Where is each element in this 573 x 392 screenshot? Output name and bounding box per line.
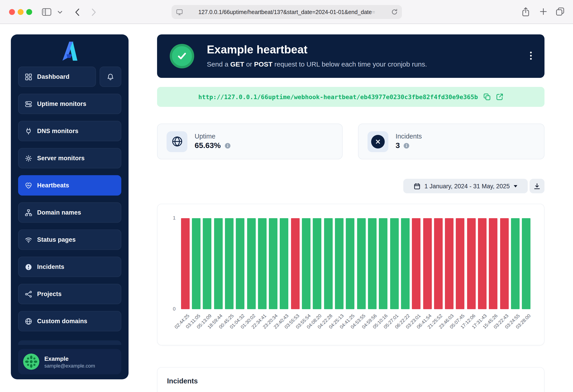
tabs-icon[interactable] [556, 7, 564, 16]
chart-bar[interactable] [445, 218, 453, 309]
chart-bar[interactable] [192, 218, 200, 309]
sidebar-item-dns-monitors[interactable]: DNS monitors [18, 121, 121, 141]
chart-bar[interactable] [379, 218, 388, 309]
y-axis-max: 1 [162, 215, 176, 220]
incidents-stat-card: Incidents 3 [358, 124, 544, 159]
chart-bar[interactable] [313, 218, 322, 309]
page-subtitle: Send a GET or POST request to URL below … [207, 60, 427, 68]
sidebar-item-label: Uptime monitors [37, 101, 87, 107]
chart-bar[interactable] [247, 218, 255, 309]
forward-icon[interactable] [89, 7, 98, 17]
chart-bar[interactable] [522, 218, 531, 309]
nodes-icon [25, 290, 32, 298]
copy-icon[interactable] [483, 93, 491, 101]
info-icon[interactable] [404, 143, 410, 149]
heartbeat-chart: 1 0 02:44:2503:11:0505:13:0918:59:4400:4… [157, 204, 544, 345]
reload-icon[interactable] [391, 9, 398, 15]
chart-bar[interactable] [467, 218, 476, 309]
chart-bar[interactable] [258, 218, 267, 309]
chart-bar[interactable] [478, 218, 486, 309]
wifi-icon [25, 236, 32, 243]
chart-bar[interactable] [412, 218, 420, 309]
user-account-panel[interactable]: Example sample@example.com [18, 349, 121, 374]
chart-bar[interactable] [346, 218, 355, 309]
sidebar-item-partial[interactable] [18, 340, 121, 345]
globe-icon [167, 131, 187, 152]
date-range-label: 1 January, 2024 - 31 May, 2025 [424, 183, 510, 189]
chart-bar[interactable] [368, 218, 376, 309]
sidebar-item-dashboard[interactable]: Dashboard [18, 67, 96, 87]
chart-bar[interactable] [225, 218, 233, 309]
chart-bar[interactable] [214, 218, 222, 309]
back-icon[interactable] [72, 7, 81, 17]
download-icon [534, 183, 540, 189]
incidents-value: 3 [395, 141, 400, 150]
notifications-button[interactable] [100, 67, 121, 87]
sitemap-icon [25, 209, 32, 216]
webhook-url-banner: http://127.0.0.1/66uptime/webhook-heartb… [157, 87, 544, 107]
page-title: Example heartbeat [207, 43, 307, 56]
external-link-icon[interactable] [496, 93, 503, 101]
sidebar-item-server-monitors[interactable]: Server monitors [18, 148, 121, 168]
sidebar-item-incidents[interactable]: Incidents [18, 257, 121, 277]
download-button[interactable] [530, 179, 544, 193]
incidents-label: Incidents [395, 133, 422, 140]
app-logo[interactable] [11, 40, 128, 62]
uptime-stat-card: Uptime 65.63% [157, 124, 343, 159]
sidebar-icon[interactable] [42, 8, 52, 16]
avatar [23, 354, 39, 370]
sidebar-item-custom-domains[interactable]: Custom domains [18, 311, 121, 331]
heartbeat-hero-card: Example heartbeat Send a GET or POST req… [157, 35, 544, 78]
caret-down-icon [514, 185, 518, 187]
close-window-button[interactable] [9, 9, 15, 15]
address-bar[interactable]: 127.0.0.1/66uptime/heartbeat/13?&start_d… [172, 5, 402, 19]
chart-bar[interactable] [456, 218, 465, 309]
bell-icon [107, 73, 114, 80]
incidents-section-title: Incidents [167, 377, 198, 385]
uptime-label: Uptime [195, 133, 231, 140]
gear-icon [25, 155, 32, 162]
zoom-window-button[interactable] [26, 9, 32, 15]
heartbeat-icon [25, 182, 32, 189]
sidebar-item-domain-names[interactable]: Domain names [18, 202, 121, 223]
new-tab-icon[interactable] [539, 8, 547, 15]
date-range-picker[interactable]: 1 January, 2024 - 31 May, 2025 [403, 179, 528, 193]
chart-bar[interactable] [203, 218, 212, 309]
url-text: 127.0.0.1/66uptime/heartbeat/13?&start_d… [198, 9, 372, 15]
chart-bar[interactable] [335, 218, 343, 309]
user-name: Example [44, 355, 95, 362]
sidebar-item-uptime-monitors[interactable]: Uptime monitors [18, 94, 121, 114]
info-icon[interactable] [224, 143, 231, 149]
chevron-down-icon[interactable] [57, 10, 62, 15]
sidebar-item-label: Incidents [37, 264, 64, 270]
chart-bar[interactable] [280, 218, 288, 309]
grid-icon [25, 73, 32, 80]
chart-bar[interactable] [269, 218, 277, 309]
url-text-faded: = [372, 9, 375, 15]
browser-window: 127.0.0.1/66uptime/heartbeat/13?&start_d… [0, 0, 573, 392]
alert-icon [25, 263, 32, 270]
share-icon[interactable] [522, 7, 530, 17]
sidebar-item-label: Heartbeats [37, 182, 69, 189]
chart-bar[interactable] [500, 218, 508, 309]
chart-bar[interactable] [401, 218, 410, 309]
chart-bar[interactable] [390, 218, 398, 309]
sidebar-item-heartbeats[interactable]: Heartbeats [18, 175, 121, 196]
sidebar-item-label: Custom domains [37, 318, 87, 324]
sidebar-item-label: Server monitors [37, 155, 85, 161]
toggles-icon [25, 100, 32, 107]
chart-bar[interactable] [489, 218, 498, 309]
minimize-window-button[interactable] [18, 9, 23, 15]
chart-bar[interactable] [291, 218, 300, 309]
sidebar-item-status-pages[interactable]: Status pages [18, 230, 121, 250]
chart-bar[interactable] [357, 218, 365, 309]
chart-bar[interactable] [434, 218, 443, 309]
chart-bar[interactable] [324, 218, 332, 309]
chart-bar[interactable] [511, 218, 519, 309]
kebab-menu-icon[interactable] [527, 51, 535, 61]
sidebar-item-projects[interactable]: Projects [18, 284, 121, 304]
chart-bar[interactable] [302, 218, 310, 309]
chart-bar[interactable] [236, 218, 244, 309]
chart-bar[interactable] [181, 218, 189, 309]
chart-bar[interactable] [423, 218, 431, 309]
